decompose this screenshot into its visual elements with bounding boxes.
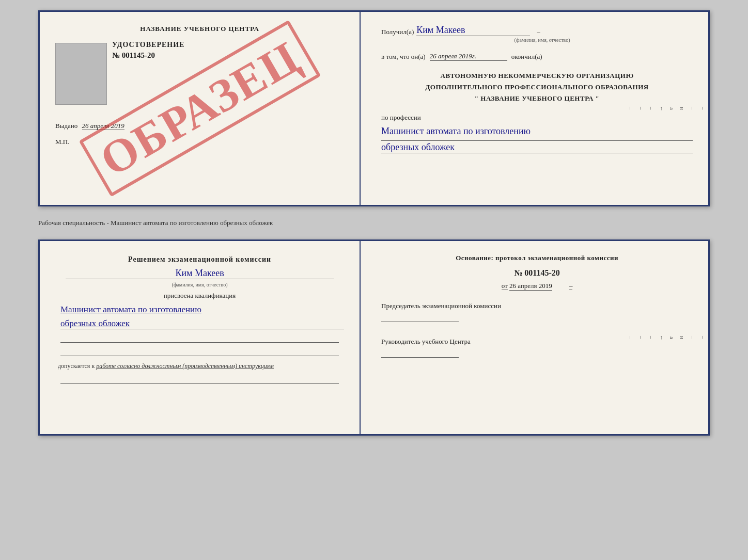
admission-prefix: допускается к [58, 362, 95, 370]
top-document: НАЗВАНИЕ УЧЕБНОГО ЦЕНТРА УДОСТОВЕРЕНИЕ №… [38, 10, 710, 206]
bsm-4: а [669, 337, 675, 339]
commission-title: Решением экзаменационной комиссии [55, 254, 344, 265]
side-mark-2: – [690, 107, 696, 110]
person-subtext: (фамилия, имя, отчество) [55, 282, 344, 287]
separator-text: Рабочая специальность - Машинист автомат… [38, 216, 710, 230]
receiver-name: Ким Макеев [416, 25, 530, 36]
top-right-page: Получил(а) Ким Макеев – (фамилия, имя, о… [361, 12, 708, 205]
bsm-7: – [638, 336, 644, 339]
head-signature-line [381, 349, 459, 358]
date-prefix: в том, что он(а) [381, 53, 426, 61]
bottom-right-page: Основание: протокол экзаменационной коми… [361, 241, 708, 434]
side-mark-5: ← [659, 106, 665, 111]
mp-label: М.П. [55, 138, 344, 146]
side-mark-1: – [700, 107, 706, 110]
side-mark-3: и [679, 107, 685, 110]
issued-date: 26 апреля 2019 [82, 122, 124, 130]
qualification-label: присвоена квалификация [55, 292, 344, 300]
bsm-2: – [690, 336, 696, 339]
blank-line-3 [60, 375, 339, 384]
top-left-title: НАЗВАНИЕ УЧЕБНОГО ЦЕНТРА [55, 25, 344, 33]
cert-title: УДОСТОВЕРЕНИЕ [112, 41, 344, 49]
side-mark-7: – [638, 107, 644, 110]
bsm-6: – [648, 336, 654, 339]
receiver-prefix: Получил(а) [381, 28, 414, 36]
admission-text: допускается к работе согласно должностны… [58, 361, 344, 371]
issued-label: Выдано [55, 122, 77, 130]
qualification-line1: Машинист автомата по изготовлению [60, 301, 344, 318]
chairman-signature-line [381, 314, 459, 322]
person-name: Ким Макеев [66, 268, 334, 279]
bsm-8: – [628, 336, 634, 339]
admission-italic: работе согласно должностным (производств… [96, 362, 274, 370]
cert-number: № 001145-20 [112, 51, 344, 60]
bsm-5: ← [659, 335, 665, 341]
side-marks: – – и а ← – – – [628, 12, 706, 205]
bottom-document: Решением экзаменационной комиссии Ким Ма… [38, 239, 710, 436]
top-left-page: НАЗВАНИЕ УЧЕБНОГО ЦЕНТРА УДОСТОВЕРЕНИЕ №… [40, 12, 361, 205]
side-mark-6: – [648, 107, 654, 110]
date-value: 26 апреля 2019г. [430, 52, 507, 61]
bottom-side-marks: – – и а ← – – – [628, 241, 706, 434]
date-prefix-bottom: от [502, 282, 508, 290]
date-value-bottom: 26 апреля 2019 [509, 282, 552, 291]
bsm-1: – [700, 336, 706, 339]
photo-placeholder [55, 43, 107, 105]
bottom-left-page: Решением экзаменационной комиссии Ким Ма… [40, 241, 361, 434]
blank-line-1 [60, 333, 339, 343]
bsm-3: и [679, 336, 685, 339]
blank-line-2 [60, 347, 339, 356]
date-suffix: окончил(а) [511, 53, 542, 61]
side-mark-4: а [669, 107, 675, 110]
qualification-line2: обрезных обложек [60, 318, 344, 329]
dash-after-date: – [569, 282, 573, 290]
issued-line: Выдано 26 апреля 2019 [55, 122, 344, 130]
side-mark-8: – [628, 107, 634, 110]
cert-title-block: УДОСТОВЕРЕНИЕ № 001145-20 [112, 41, 344, 60]
